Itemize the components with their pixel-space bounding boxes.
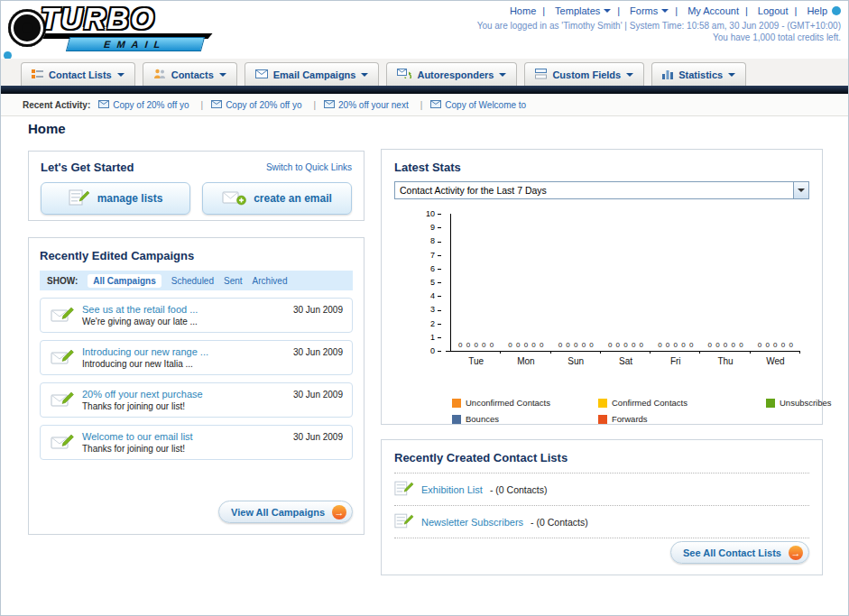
legend-label: Confirmed Contacts	[612, 398, 688, 408]
email-pencil-icon	[51, 434, 74, 455]
see-all-contact-lists-label: See All Contact Lists	[683, 547, 781, 558]
legend-item: Unconfirmed Contacts	[452, 398, 598, 408]
contacts-icon	[153, 69, 166, 81]
recent-activity-link[interactable]: Copy of 20% off yo	[226, 100, 301, 110]
chart-groups: 0 0 0 0 0Tue0 0 0 0 0Mon0 0 0 0 0Sun0 0 …	[451, 214, 800, 351]
recent-activity-link[interactable]: Copy of Welcome to	[445, 100, 526, 110]
campaign-title-link[interactable]: Welcome to our email list	[82, 431, 276, 442]
y-axis-tick: 4	[430, 291, 441, 300]
tab-contact-lists[interactable]: Contact Lists	[21, 62, 135, 86]
tab-label: Email Campaigns	[273, 69, 356, 80]
tab-autoresponders[interactable]: Autoresponders	[386, 62, 517, 86]
email-icon	[324, 100, 335, 110]
tab-label: Statistics	[678, 69, 723, 80]
contact-lists-panel: Recently Created Contact Lists Exhibitio…	[381, 439, 823, 575]
campaign-title-link[interactable]: Introducing our new range ...	[82, 346, 276, 357]
arrow-right-icon: →	[789, 546, 803, 560]
email-pencil-icon	[51, 349, 74, 370]
nav-label: Forms	[630, 5, 658, 16]
create-email-label: create an email	[254, 192, 332, 205]
arrow-right-icon: →	[332, 505, 346, 519]
nav-link-logout[interactable]: Logout	[739, 5, 789, 16]
divider-bar	[1, 86, 848, 94]
autoresponders-icon	[397, 69, 411, 80]
campaign-date: 30 Jun 2009	[293, 347, 343, 357]
tab-contacts[interactable]: Contacts	[143, 62, 237, 86]
nav-link-templates[interactable]: Templates	[536, 5, 611, 16]
nav-link-help[interactable]: Help	[789, 5, 827, 16]
y-axis-tick: 7	[430, 251, 441, 260]
chart-values: 0 0 0 0 0	[751, 341, 800, 349]
nav-label: Help	[807, 5, 827, 16]
nav-link-my-account[interactable]: My Account	[669, 5, 739, 16]
view-all-campaigns-button[interactable]: View All Campaigns →	[218, 501, 353, 523]
nav-link-forms[interactable]: Forms	[611, 5, 669, 16]
chart-day-group: 0 0 0 0 0Mon	[501, 214, 550, 351]
campaign-item: 20% off your next purchase Thanks for jo…	[40, 382, 353, 418]
stats-period-select[interactable]: Contact Activity for the Last 7 Days	[394, 181, 809, 199]
legend-item: Unsubscribes	[766, 398, 832, 408]
y-axis-tick: 2	[430, 319, 441, 328]
filter-scheduled[interactable]: Scheduled	[171, 276, 214, 286]
campaign-title-link[interactable]: 20% off your next purchase	[82, 389, 276, 400]
recent-activity-item: Copy of 20% off yo	[98, 100, 203, 110]
filter-all-campaigns[interactable]: All Campaigns	[88, 274, 161, 288]
recent-activity-item: Copy of Welcome to	[430, 100, 526, 110]
nav-link-home[interactable]: Home	[510, 5, 536, 16]
contact-list-link[interactable]: Exhibition List	[421, 484, 483, 495]
legend-item: Bounces	[452, 414, 598, 424]
chart-day-group: 0 0 0 0 0Wed	[751, 214, 800, 351]
legend-swatch	[598, 399, 607, 408]
page: TURBO EMAIL Home Templates Forms My Acco…	[0, 0, 849, 616]
nav-label: My Account	[688, 5, 739, 16]
x-axis-label: Fri	[651, 356, 700, 366]
email-pencil-icon	[51, 391, 74, 412]
campaign-date: 30 Jun 2009	[293, 390, 343, 400]
legend-item: Confirmed Contacts	[598, 398, 766, 408]
campaign-title-link[interactable]: See us at the retail food ...	[82, 304, 276, 315]
campaign-item: See us at the retail food ... We're givi…	[40, 298, 353, 333]
filter-archived[interactable]: Archived	[253, 276, 288, 286]
contact-list-item: Newsletter Subscribers - (0 Contacts)	[394, 506, 809, 538]
chart-day-group: 0 0 0 0 0Fri	[651, 214, 700, 351]
manage-lists-button[interactable]: manage lists	[41, 182, 190, 215]
chart-values: 0 0 0 0 0	[501, 341, 550, 349]
email-icon	[430, 100, 441, 110]
main-nav: Contact Lists Contacts Email Campaigns A…	[1, 59, 848, 86]
email-pencil-icon	[51, 307, 74, 327]
campaign-subtitle: Thanks for joining our list!	[82, 444, 276, 454]
campaign-subtitle: Introducing our new Italia ...	[82, 359, 276, 369]
legend-swatch	[452, 399, 461, 408]
recent-activity-link[interactable]: Copy of 20% off yo	[113, 100, 189, 110]
contact-list-item: Exhibition List - (0 Contacts)	[394, 473, 809, 506]
show-label: SHOW:	[47, 276, 78, 286]
chevron-down-icon	[626, 73, 633, 80]
chart-x-axis-line	[446, 351, 800, 352]
tab-email-campaigns[interactable]: Email Campaigns	[245, 62, 380, 86]
recent-activity-bar: Recent Activity: Copy of 20% off yo Copy…	[1, 94, 848, 116]
stats-panel: Latest Stats Contact Activity for the La…	[381, 149, 823, 425]
campaign-date: 30 Jun 2009	[293, 432, 343, 442]
logo[interactable]: TURBO EMAIL	[8, 4, 243, 56]
create-email-button[interactable]: create an email	[202, 182, 352, 215]
tab-custom-fields[interactable]: Custom Fields	[524, 62, 644, 86]
legend-swatch	[598, 415, 607, 424]
see-all-contact-lists-button[interactable]: See All Contact Lists →	[670, 541, 809, 564]
contact-list-count: - (0 Contacts)	[531, 517, 588, 528]
chevron-down-icon	[219, 73, 226, 80]
session-info: You are logged in as 'Timothy Smith' | S…	[477, 20, 841, 43]
recent-activity-link[interactable]: 20% off your next	[338, 100, 409, 110]
x-axis-label: Mon	[501, 356, 550, 366]
contact-lists-icon	[32, 69, 43, 81]
y-axis-tick: 3	[430, 305, 441, 314]
x-axis-label: Sun	[551, 356, 601, 366]
nav-label: Home	[510, 5, 536, 16]
switch-quick-links-link[interactable]: Switch to Quick Links	[266, 162, 352, 172]
contact-list-link[interactable]: Newsletter Subscribers	[421, 517, 523, 528]
chevron-down-icon	[117, 73, 125, 80]
tab-statistics[interactable]: Statistics	[651, 62, 746, 86]
campaign-item: Welcome to our email list Thanks for joi…	[40, 425, 353, 460]
filter-sent[interactable]: Sent	[224, 276, 243, 286]
help-icon[interactable]	[832, 6, 841, 15]
view-all-campaigns-label: View All Campaigns	[231, 507, 325, 518]
